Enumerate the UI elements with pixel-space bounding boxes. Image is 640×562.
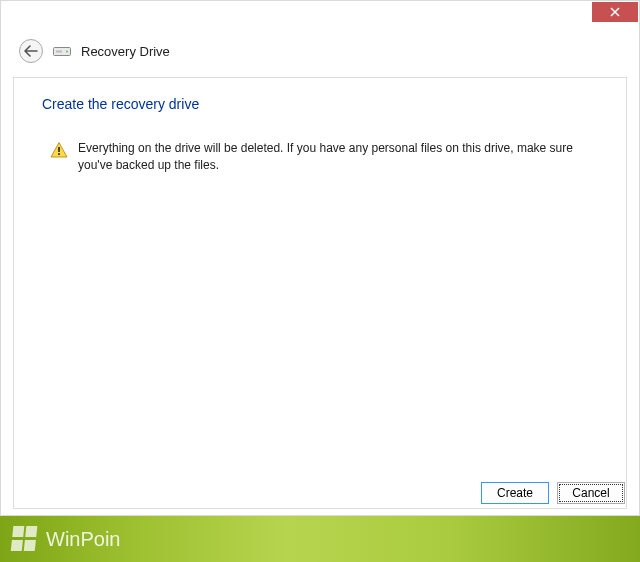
button-row: Create Cancel	[481, 482, 625, 504]
back-button[interactable]	[19, 39, 43, 63]
close-button[interactable]	[592, 2, 638, 22]
svg-rect-6	[58, 153, 60, 155]
warning-icon	[50, 141, 68, 163]
svg-rect-4	[56, 51, 62, 53]
svg-rect-5	[58, 147, 60, 152]
svg-point-3	[66, 51, 68, 53]
drive-icon	[53, 45, 71, 57]
warning-message: Everything on the drive will be deleted.…	[50, 140, 578, 175]
watermark-text: WinPoin	[46, 528, 120, 551]
titlebar	[1, 1, 639, 29]
back-arrow-icon	[24, 45, 38, 57]
wizard-header: Recovery Drive	[1, 29, 639, 77]
page-heading: Create the recovery drive	[42, 96, 598, 112]
create-button[interactable]: Create	[481, 482, 549, 504]
watermark-strip: WinPoin	[0, 516, 640, 562]
windows-logo-icon	[11, 526, 40, 552]
cancel-button[interactable]: Cancel	[557, 482, 625, 504]
content-area: Create the recovery drive Everything on …	[13, 77, 627, 509]
warning-text: Everything on the drive will be deleted.…	[78, 140, 578, 175]
recovery-drive-window: Recovery Drive Create the recovery drive…	[0, 0, 640, 516]
close-icon	[610, 7, 620, 17]
window-title: Recovery Drive	[81, 44, 170, 59]
